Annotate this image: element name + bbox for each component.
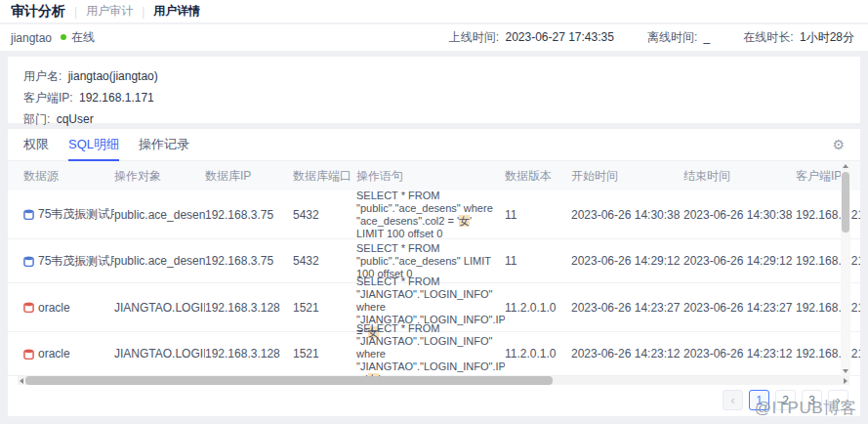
operation-object: public.ace_desens [114, 208, 205, 222]
online-duration: 在线时长: 1小时28分 [743, 29, 854, 46]
table-row[interactable]: 75韦茂振测试用... public.ace_desens 192.168.3.… [8, 191, 860, 239]
col-header-start-time: 开始时间 [571, 168, 683, 185]
masked-value-highlight: 女 [459, 215, 470, 227]
horizontal-scrollbar-thumb[interactable] [25, 376, 553, 385]
db-version: 11.2.0.1.0 [505, 347, 571, 360]
db-ip: 192.168.3.75 [205, 208, 293, 222]
db-port: 5432 [293, 208, 356, 222]
col-header-sql: 操作语句 [356, 168, 505, 185]
horizontal-scrollbar[interactable] [18, 376, 849, 385]
vertical-scrollbar-thumb[interactable] [842, 172, 849, 233]
pagination-page-1[interactable]: 1 [749, 390, 769, 410]
sql-statement: SELECT * FROM "public"."ace_desens" LIMI… [356, 242, 505, 280]
col-header-db-ip: 数据库IP [205, 168, 293, 185]
page-title: 审计分析 [11, 3, 65, 21]
db-version: 11 [505, 208, 571, 222]
col-header-db-port: 数据库端口 [293, 168, 356, 185]
col-header-source: 数据源 [23, 168, 114, 185]
client-ip: 192.168.2.21 [796, 301, 860, 315]
breadcrumb-user-audit[interactable]: 用户审计 [86, 3, 133, 20]
user-info-card: 用户名: jiangtao(jiangtao) 客户端IP: 192.168.1… [8, 57, 860, 123]
datasource-name[interactable]: 75韦茂振测试用... [38, 253, 114, 270]
end-time: 2023-06-26 14:23:27 [683, 301, 796, 315]
gear-icon[interactable]: ⚙ [832, 138, 845, 151]
tab-operation-log[interactable]: 操作记录 [139, 129, 189, 161]
db-ip: 192.168.3.75 [205, 254, 293, 268]
operation-object: JIANGTAO.LOGIN_... [114, 301, 205, 315]
oracle-db-icon [23, 302, 34, 313]
department-field: 部门: cqUser [23, 108, 845, 130]
postgres-db-icon [23, 256, 34, 267]
scroll-right-icon[interactable] [844, 378, 847, 384]
sql-statement: SELECT * FROM "JIANGTAO"."LOGIN_INFO" wh… [356, 322, 505, 377]
tab-permissions[interactable]: 权限 [23, 129, 49, 161]
client-ip: 192.168.2.21 [796, 208, 860, 222]
end-time: 2023-06-26 14:30:38 [683, 208, 796, 222]
detail-tabs: 权限 SQL明细 操作记录 ⚙ [8, 129, 860, 161]
operation-object: JIANGTAO.LOGIN_... [114, 347, 205, 360]
online-status-dot-icon [61, 34, 66, 40]
db-version: 11.2.0.1.0 [505, 301, 571, 315]
sql-statement: SELECT * FROM "public"."ace_desens" wher… [356, 190, 505, 240]
col-header-version: 数据版本 [505, 168, 571, 185]
col-header-object: 操作对象 [114, 168, 205, 185]
breadcrumb: 审计分析 | 用户审计 | 用户详情 [0, 0, 868, 22]
col-header-end-time: 结束时间 [683, 168, 796, 185]
client-ip: 192.168.2.21 [796, 347, 860, 360]
breadcrumb-user-detail: 用户详情 [153, 3, 200, 20]
db-port: 1521 [293, 301, 356, 315]
client-ip-field: 客户端IP: 192.168.1.171 [23, 87, 845, 108]
end-time: 2023-06-26 14:23:12 [683, 347, 796, 360]
table-row[interactable]: oracle JIANGTAO.LOGIN_... 192.168.3.128 … [8, 332, 860, 376]
pagination: ‹ 1 2 3 › [717, 390, 848, 410]
db-ip: 192.168.3.128 [205, 347, 293, 360]
sql-detail-table: 数据源 操作对象 数据库IP 数据库端口 操作语句 数据版本 开始时间 结束时间… [8, 161, 860, 376]
operation-object: public.ace_desens [114, 254, 205, 268]
session-bar: jiangtao 在线 上线时间: 2023-06-27 17:43:35 离线… [0, 23, 868, 51]
scroll-left-icon[interactable] [20, 378, 23, 384]
col-header-client-ip: 客户端IP [796, 168, 860, 185]
pagination-page-3[interactable]: 3 [802, 390, 822, 410]
pagination-next-button[interactable]: › [828, 390, 848, 410]
start-time: 2023-06-26 14:30:38 [571, 208, 683, 222]
pagination-page-2[interactable]: 2 [775, 390, 796, 410]
postgres-db-icon [23, 209, 34, 220]
user-name-field: 用户名: jiangtao(jiangtao) [23, 65, 845, 87]
db-ip: 192.168.3.128 [205, 301, 293, 315]
datasource-name[interactable]: oracle [38, 301, 70, 315]
breadcrumb-divider: | [74, 5, 77, 19]
oracle-db-icon [23, 349, 34, 360]
session-username: jiangtao [11, 31, 52, 45]
scroll-up-icon[interactable] [843, 164, 848, 168]
start-time: 2023-06-26 14:23:27 [571, 301, 683, 315]
db-port: 5432 [293, 254, 356, 268]
datasource-name[interactable]: 75韦茂振测试用... [38, 206, 114, 223]
vertical-scrollbar[interactable] [841, 161, 850, 376]
start-time: 2023-06-26 14:23:12 [571, 347, 683, 360]
offline-time: 离线时间: _ [647, 29, 710, 46]
scroll-down-icon[interactable] [843, 369, 848, 373]
start-time: 2023-06-26 14:29:12 [571, 254, 683, 268]
datasource-name[interactable]: oracle [38, 347, 70, 360]
tab-sql-detail[interactable]: SQL明细 [68, 129, 119, 161]
table-header-row: 数据源 操作对象 数据库IP 数据库端口 操作语句 数据版本 开始时间 结束时间… [8, 161, 860, 191]
breadcrumb-divider: | [142, 5, 145, 19]
pagination-prev-button[interactable]: ‹ [723, 390, 743, 410]
online-time: 上线时间: 2023-06-27 17:43:35 [449, 29, 614, 46]
end-time: 2023-06-26 14:29:12 [683, 254, 796, 268]
client-ip: 192.168.2.21 [796, 254, 860, 268]
detail-card: 权限 SQL明细 操作记录 ⚙ 数据源 操作对象 数据库IP 数据库端口 操作语… [8, 129, 860, 416]
session-status: 在线 [71, 29, 95, 46]
db-port: 1521 [293, 347, 356, 360]
db-version: 11 [505, 254, 571, 268]
